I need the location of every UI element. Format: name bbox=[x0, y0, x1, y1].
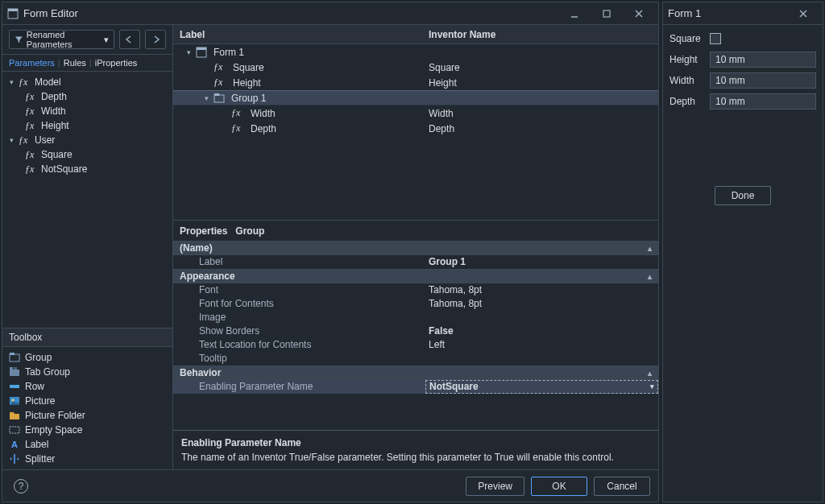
prop-enabling-value: NotSquare bbox=[429, 381, 479, 392]
preview-window: Form 1 Square Height 10 mm Width 10 mm D… bbox=[662, 2, 823, 502]
preview-titlebar: Form 1 bbox=[663, 2, 823, 25]
height-input[interactable]: 10 mm bbox=[710, 52, 816, 68]
tree-item[interactable]: ƒxWidth bbox=[4, 104, 171, 118]
preview-close-button[interactable] bbox=[789, 6, 818, 22]
filter-dropdown[interactable]: Renamed Parameters ▾ bbox=[9, 30, 114, 49]
svg-rect-3 bbox=[603, 10, 610, 17]
square-checkbox[interactable] bbox=[710, 33, 721, 44]
prop-font-contents-row[interactable]: Font for ContentsTahoma, 8pt bbox=[173, 297, 658, 311]
group-icon bbox=[214, 93, 225, 104]
toolbox-label-item[interactable]: ALabel bbox=[6, 437, 169, 452]
form-icon bbox=[196, 47, 207, 58]
right-column: Label Inventor Name ▾Form 1ƒxSquareSquar… bbox=[173, 25, 658, 469]
prop-borders-row[interactable]: Show BordersFalse bbox=[173, 324, 658, 338]
editor-titlebar: Form Editor bbox=[2, 2, 658, 25]
fx-icon: ƒx bbox=[231, 107, 244, 119]
tree-label: Square bbox=[41, 149, 73, 160]
tree-label: User bbox=[35, 134, 55, 146]
maximize-button[interactable] bbox=[592, 6, 621, 22]
tree-user[interactable]: ▾ƒxUser bbox=[4, 133, 171, 147]
undo-button[interactable] bbox=[119, 30, 140, 49]
caret-down-icon: ▾ bbox=[184, 48, 193, 56]
form-tree-label: Group 1 bbox=[231, 93, 266, 104]
depth-input[interactable]: 10 mm bbox=[710, 93, 816, 109]
caret-down-icon: ▾ bbox=[7, 136, 15, 144]
chevron-down-icon: ▾ bbox=[104, 35, 109, 45]
toolbox-picturefolder[interactable]: Picture Folder bbox=[6, 408, 169, 423]
chevron-down-icon[interactable]: ▾ bbox=[650, 382, 654, 390]
prop-image-row[interactable]: Image bbox=[173, 311, 658, 324]
form-tree-inventor-name: Width bbox=[425, 108, 658, 119]
minimize-button[interactable] bbox=[560, 6, 589, 22]
preview-body: Square Height 10 mm Width 10 mm Depth 10… bbox=[663, 25, 823, 210]
toolbox-label: Label bbox=[25, 439, 48, 450]
height-row: Height 10 mm bbox=[670, 51, 816, 68]
cancel-button[interactable]: Cancel bbox=[594, 477, 650, 496]
svg-rect-17 bbox=[197, 48, 206, 50]
toolbox-label: Tab Group bbox=[25, 366, 70, 378]
form-tree-row[interactable]: ƒxWidthWidth bbox=[173, 105, 658, 121]
width-input[interactable]: 10 mm bbox=[710, 72, 816, 89]
form-tree-label: Square bbox=[233, 62, 264, 73]
ok-button[interactable]: OK bbox=[531, 477, 587, 496]
form-tree-inventor-name: Depth bbox=[425, 123, 658, 134]
tree-item[interactable]: ƒxDepth bbox=[4, 89, 171, 104]
form-tree-row[interactable]: ƒxSquareSquare bbox=[173, 60, 658, 75]
col-label: Label bbox=[173, 29, 425, 40]
form-tree-inventor-name: Square bbox=[425, 62, 658, 73]
tree-label: Depth bbox=[41, 91, 67, 102]
toolbox-picture[interactable]: Picture bbox=[6, 394, 169, 408]
width-label: Width bbox=[670, 75, 710, 86]
tab-rules[interactable]: Rules bbox=[64, 58, 86, 68]
toolbox-label: Group bbox=[25, 352, 52, 363]
toolbox-list: Group Tab Group Row Picture Picture Fold… bbox=[2, 347, 172, 469]
filter-icon bbox=[15, 35, 23, 44]
height-label: Height bbox=[670, 54, 710, 65]
tree-item[interactable]: ƒxHeight bbox=[4, 118, 171, 133]
tree-item[interactable]: ƒxSquare bbox=[4, 147, 171, 162]
splitter-icon bbox=[9, 453, 20, 465]
toolbox-group[interactable]: Group bbox=[6, 350, 169, 365]
left-column: Renamed Parameters ▾ Parameters | Rules … bbox=[2, 25, 173, 469]
help-button[interactable]: ? bbox=[14, 479, 28, 494]
toolbox-empty[interactable]: Empty Space bbox=[6, 423, 169, 437]
close-button[interactable] bbox=[624, 6, 653, 22]
done-button[interactable]: Done bbox=[715, 186, 771, 205]
form-tree-row[interactable]: ƒxDepthDepth bbox=[173, 121, 658, 136]
chevron-up-icon: ▴ bbox=[648, 244, 652, 253]
form-tree-row[interactable]: ƒxHeightHeight bbox=[173, 75, 658, 90]
prop-tooltip-row[interactable]: Tooltip bbox=[173, 352, 658, 366]
prop-textloc-row[interactable]: Text Location for ContentsLeft bbox=[173, 338, 658, 352]
svg-rect-19 bbox=[214, 93, 219, 96]
section-behavior[interactable]: Behavior▴ bbox=[173, 366, 658, 380]
tab-parameters[interactable]: Parameters bbox=[9, 58, 55, 68]
preview-button[interactable]: Preview bbox=[466, 477, 524, 496]
depth-label: Depth bbox=[670, 96, 710, 107]
toolbox-label: Picture bbox=[25, 395, 55, 407]
svg-rect-14 bbox=[10, 427, 19, 433]
svg-rect-10 bbox=[14, 367, 17, 370]
svg-point-13 bbox=[12, 399, 15, 402]
form-tree-label: Form 1 bbox=[214, 47, 244, 58]
prop-enabling-row[interactable]: Enabling Parameter NameNotSquare▾ bbox=[173, 380, 658, 394]
toolbox-tabgroup[interactable]: Tab Group bbox=[6, 365, 169, 379]
tree-label: Height bbox=[41, 120, 69, 131]
editor-title: Form Editor bbox=[23, 7, 560, 19]
prop-font-row[interactable]: FontTahoma, 8pt bbox=[173, 283, 658, 297]
editor-footer: ? Preview OK Cancel bbox=[2, 469, 658, 502]
tab-iproperties[interactable]: iProperties bbox=[95, 58, 138, 68]
svg-rect-11 bbox=[10, 385, 19, 388]
empty-icon bbox=[9, 424, 20, 436]
prop-label-row[interactable]: LabelGroup 1 bbox=[173, 255, 658, 269]
toolbox-label: Row bbox=[25, 381, 44, 392]
toolbox-row[interactable]: Row bbox=[6, 379, 169, 394]
form-tree-row-selected[interactable]: ▾Group 1 bbox=[173, 90, 658, 105]
tree-model[interactable]: ▾ƒxModel bbox=[4, 75, 171, 89]
section-name[interactable]: (Name)▴ bbox=[173, 241, 658, 255]
section-appearance[interactable]: Appearance▴ bbox=[173, 269, 658, 283]
tree-item[interactable]: ƒxNotSquare bbox=[4, 162, 171, 176]
redo-button[interactable] bbox=[145, 30, 166, 49]
properties-header-label: Properties bbox=[180, 225, 227, 237]
form-tree-row[interactable]: ▾Form 1 bbox=[173, 44, 658, 60]
toolbox-splitter[interactable]: Splitter bbox=[6, 452, 169, 466]
